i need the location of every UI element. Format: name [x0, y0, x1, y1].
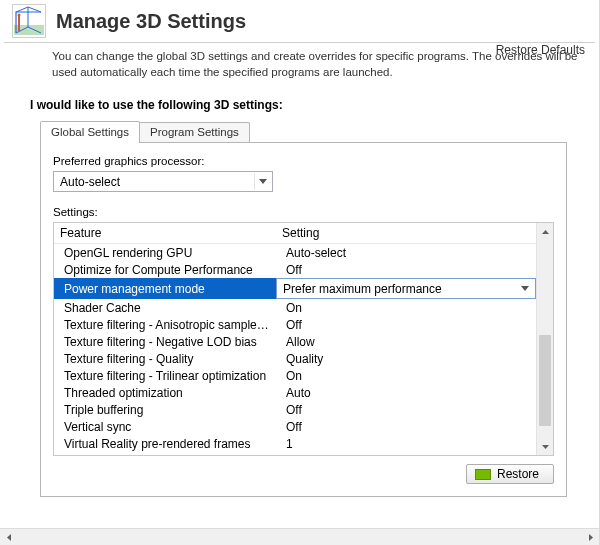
- scroll-up-arrow-icon[interactable]: [537, 223, 553, 240]
- settings-row[interactable]: Texture filtering - Trilinear optimizati…: [54, 367, 536, 384]
- page-title: Manage 3D Settings: [56, 10, 246, 33]
- settings-rows: OpenGL rendering GPUAuto-selectOptimize …: [54, 244, 536, 452]
- settings-grid-body: Feature Setting OpenGL rendering GPUAuto…: [54, 223, 536, 455]
- settings-row-feature: Texture filtering - Negative LOD bias: [54, 335, 276, 349]
- settings-grid-header: Feature Setting: [54, 223, 536, 244]
- column-header-feature[interactable]: Feature: [54, 223, 276, 243]
- restore-button-label: Restore: [497, 467, 539, 481]
- settings-row[interactable]: Virtual Reality pre-rendered frames1: [54, 435, 536, 452]
- scroll-right-arrow-icon[interactable]: [582, 529, 599, 545]
- preferred-processor-select[interactable]: Auto-select: [53, 171, 273, 192]
- column-header-setting[interactable]: Setting: [276, 223, 536, 243]
- settings-row-select[interactable]: Prefer maximum performance: [276, 278, 536, 299]
- scroll-track[interactable]: [537, 240, 553, 438]
- settings-row-feature: Power management mode: [54, 278, 276, 299]
- vertical-scrollbar[interactable]: [536, 223, 553, 455]
- scroll-left-arrow-icon[interactable]: [0, 529, 17, 545]
- settings-row[interactable]: Shader CacheOn: [54, 299, 536, 316]
- chevron-down-icon: [517, 280, 533, 297]
- settings-row-setting: Off: [276, 263, 536, 277]
- settings-row[interactable]: Texture filtering - Negative LOD biasAll…: [54, 333, 536, 350]
- settings-row-setting: Auto: [276, 386, 536, 400]
- settings-row[interactable]: Texture filtering - QualityQuality: [54, 350, 536, 367]
- settings-row[interactable]: Power management modePrefer maximum perf…: [54, 278, 536, 299]
- settings-grid: Feature Setting OpenGL rendering GPUAuto…: [53, 222, 554, 456]
- page-root: Manage 3D Settings Restore Defaults You …: [0, 0, 599, 545]
- settings-row-setting: Auto-select: [276, 246, 536, 260]
- settings-row-select-value: Prefer maximum performance: [283, 282, 442, 296]
- settings-row-setting: Allow: [276, 335, 536, 349]
- settings-row-feature: Texture filtering - Quality: [54, 352, 276, 366]
- settings-row[interactable]: Threaded optimizationAuto: [54, 384, 536, 401]
- settings-row[interactable]: OpenGL rendering GPUAuto-select: [54, 244, 536, 261]
- settings-row-feature: Threaded optimization: [54, 386, 276, 400]
- settings-row-setting: Quality: [276, 352, 536, 366]
- preferred-processor-label: Preferred graphics processor:: [53, 155, 554, 167]
- chevron-down-icon: [254, 173, 270, 190]
- settings-row-feature: Vertical sync: [54, 420, 276, 434]
- settings-row-feature: OpenGL rendering GPU: [54, 246, 276, 260]
- section-label: I would like to use the following 3D set…: [0, 86, 599, 120]
- settings-row[interactable]: Optimize for Compute PerformanceOff: [54, 261, 536, 278]
- settings-row-setting: On: [276, 369, 536, 383]
- app-logo-icon: [12, 4, 46, 38]
- settings-row-feature: Triple buffering: [54, 403, 276, 417]
- svg-point-5: [18, 14, 21, 17]
- tab-global-settings[interactable]: Global Settings: [40, 121, 140, 143]
- scroll-track-h[interactable]: [17, 529, 582, 545]
- settings-row-feature: Optimize for Compute Performance: [54, 263, 276, 277]
- settings-row[interactable]: Vertical syncOff: [54, 418, 536, 435]
- header-row: Manage 3D Settings: [12, 4, 587, 38]
- tab-area: Global Settings Program Settings Preferr…: [40, 120, 567, 497]
- settings-row-setting: Prefer maximum performance: [276, 278, 536, 299]
- settings-row-setting: 1: [276, 437, 536, 451]
- settings-row-setting: Off: [276, 403, 536, 417]
- settings-row[interactable]: Texture filtering - Anisotropic sample o…: [54, 316, 536, 333]
- restore-button[interactable]: Restore: [466, 464, 554, 484]
- svg-line-1: [16, 7, 28, 12]
- settings-row-feature: Texture filtering - Trilinear optimizati…: [54, 369, 276, 383]
- svg-line-2: [28, 7, 41, 12]
- horizontal-scrollbar[interactable]: [0, 528, 599, 545]
- nvidia-icon: [475, 469, 491, 480]
- scroll-down-arrow-icon[interactable]: [537, 438, 553, 455]
- settings-row-setting: Off: [276, 318, 536, 332]
- restore-defaults-link[interactable]: Restore Defaults: [496, 43, 585, 57]
- settings-row-setting: Off: [276, 420, 536, 434]
- settings-row-feature: Texture filtering - Anisotropic sample o…: [54, 318, 276, 332]
- settings-row-feature: Shader Cache: [54, 301, 276, 315]
- settings-row-setting: On: [276, 301, 536, 315]
- settings-label: Settings:: [53, 206, 554, 218]
- restore-row: Restore: [53, 464, 554, 484]
- tab-panel-global: Preferred graphics processor: Auto-selec…: [40, 142, 567, 497]
- tab-strip: Global Settings Program Settings: [40, 120, 567, 142]
- preferred-processor-value: Auto-select: [60, 175, 120, 189]
- scroll-thumb[interactable]: [539, 335, 551, 426]
- settings-row[interactable]: Triple bufferingOff: [54, 401, 536, 418]
- tab-program-settings[interactable]: Program Settings: [139, 122, 250, 142]
- settings-row-feature: Virtual Reality pre-rendered frames: [54, 437, 276, 451]
- header: Manage 3D Settings Restore Defaults: [0, 0, 599, 40]
